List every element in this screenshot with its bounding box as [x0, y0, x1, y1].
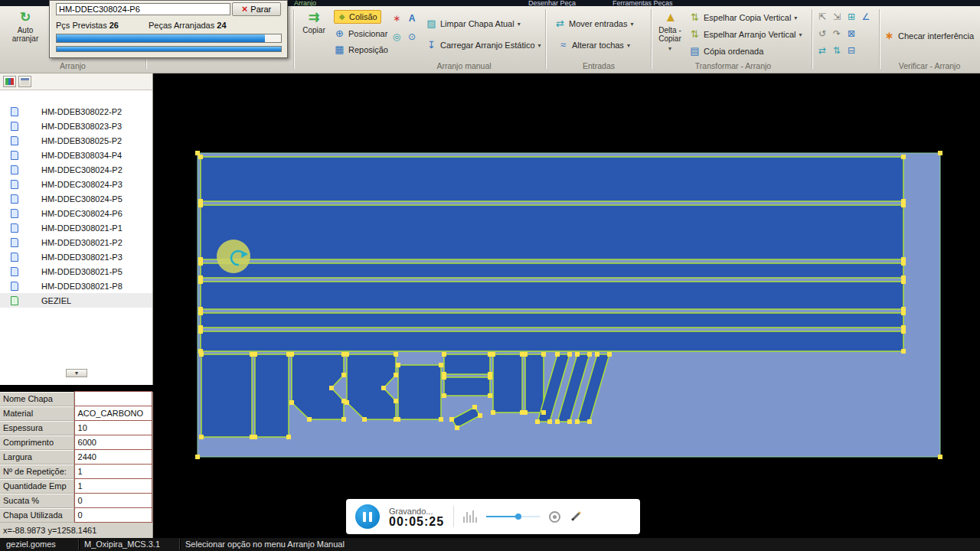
corner-marker[interactable]	[442, 352, 446, 357]
slider-knob[interactable]	[515, 514, 521, 520]
pause-recording-button[interactable]	[355, 504, 380, 529]
corner-marker[interactable]	[198, 279, 203, 284]
corner-marker[interactable]	[253, 435, 257, 439]
espelhar-copia-button[interactable]: ⇅ Espelhar Copia Vertical ▾	[689, 11, 797, 24]
label-tool-icon[interactable]: A	[406, 12, 418, 24]
corner-marker[interactable]	[938, 455, 942, 459]
corner-marker[interactable]	[394, 373, 398, 377]
part-list-item[interactable]: HM-DDED308021-P5	[0, 264, 152, 279]
corner-marker[interactable]	[286, 435, 291, 439]
corner-marker[interactable]	[491, 352, 495, 357]
recorder-volume-slider[interactable]	[486, 512, 540, 521]
delta-copiar-button[interactable]: ▲ Delta - Copiar ▾	[653, 11, 687, 53]
part-shape[interactable]	[444, 354, 490, 374]
copia-ordenada-button[interactable]: ▤ Cópia ordenada	[689, 44, 763, 58]
property-value[interactable]: 0	[74, 507, 152, 523]
corner-marker[interactable]	[587, 352, 592, 357]
part-list-item[interactable]: HM-DDED308021-P1	[0, 220, 152, 235]
corner-marker[interactable]	[439, 417, 443, 422]
move-bottom-icon[interactable]: ⇲	[831, 11, 843, 23]
corner-marker[interactable]	[307, 417, 312, 422]
corner-marker[interactable]	[341, 417, 346, 422]
corner-marker[interactable]	[345, 352, 349, 357]
part-list-item[interactable]: HM-DDEC308024-P2	[0, 162, 152, 177]
corner-marker[interactable]	[901, 311, 906, 315]
tab-parts-list[interactable]	[3, 76, 16, 87]
corner-marker[interactable]	[198, 261, 203, 266]
corner-marker[interactable]	[394, 417, 398, 422]
espelhar-arranjo-button[interactable]: ⇅ Espelhar Arranjo Vertical ▾	[689, 28, 802, 41]
corner-marker[interactable]	[289, 400, 294, 405]
corner-marker[interactable]	[488, 375, 492, 380]
add-grid-icon[interactable]: ⊞	[845, 11, 858, 23]
part-list-item[interactable]: HM-DDED308021-P3	[0, 249, 152, 264]
corner-marker[interactable]	[901, 329, 906, 334]
rotate-ccw-icon[interactable]: ↺	[816, 28, 828, 40]
checar-interferencia-button[interactable]: ∗ Checar interferência	[884, 29, 974, 43]
property-value[interactable]: 1	[74, 478, 152, 494]
corner-marker[interactable]	[449, 417, 454, 422]
property-value[interactable]: 10	[74, 420, 152, 435]
property-value[interactable]	[74, 391, 152, 406]
part-shape[interactable]	[201, 205, 903, 259]
part-shape[interactable]	[493, 354, 522, 412]
part-shape[interactable]	[201, 313, 903, 328]
corner-marker[interactable]	[901, 261, 906, 266]
corner-marker[interactable]	[396, 363, 400, 367]
move-top-icon[interactable]: ⇱	[816, 11, 828, 23]
corner-marker[interactable]	[938, 151, 942, 155]
part-list-item[interactable]: HM-DDEC308024-P5	[0, 191, 152, 206]
corner-marker[interactable]	[394, 352, 398, 357]
menu-item-arranjo[interactable]: Arranjo	[294, 0, 316, 6]
reposicao-button[interactable]: ▦ Reposição	[334, 43, 388, 57]
corner-marker[interactable]	[607, 352, 612, 357]
part-shape[interactable]	[525, 354, 544, 412]
swap-v-icon[interactable]: ⇅	[831, 44, 843, 57]
corner-marker[interactable]	[901, 155, 906, 159]
corner-marker[interactable]	[195, 455, 200, 459]
corner-marker[interactable]	[442, 375, 446, 380]
corner-marker[interactable]	[488, 393, 492, 398]
carregar-estatico-button[interactable]: ↧ Carregar Arranjo Estático ▾	[426, 38, 541, 52]
corner-marker[interactable]	[199, 352, 204, 357]
probe-tool-icon[interactable]: ⊙	[406, 31, 418, 43]
current-part-field[interactable]	[56, 3, 230, 15]
corner-marker[interactable]	[541, 352, 546, 357]
corner-marker[interactable]	[341, 373, 346, 377]
panel-collapse-button[interactable]: ▾	[66, 369, 87, 377]
part-shape[interactable]	[201, 263, 903, 278]
corner-marker[interactable]	[199, 435, 204, 439]
part-shape[interactable]	[398, 365, 441, 419]
corner-marker[interactable]	[381, 386, 386, 390]
part-list-item[interactable]: HM-DDEC308024-P6	[0, 206, 152, 220]
part-shape[interactable]	[255, 354, 289, 437]
corner-marker[interactable]	[198, 329, 203, 334]
property-value[interactable]: 6000	[74, 435, 152, 450]
corner-marker[interactable]	[567, 352, 572, 357]
part-list-item[interactable]: HM-DDED308021-P2	[0, 235, 152, 249]
corner-marker[interactable]	[478, 413, 482, 418]
property-value[interactable]: 2440	[74, 449, 152, 465]
corner-marker[interactable]	[289, 352, 294, 357]
part-shape[interactable]	[201, 282, 903, 309]
posicionar-button[interactable]: ⊕ Posicionar	[334, 27, 387, 41]
corner-marker[interactable]	[362, 417, 367, 422]
property-value[interactable]: 1	[74, 464, 152, 479]
part-shape[interactable]	[201, 157, 903, 201]
part-list-item[interactable]: GEZIEL	[0, 293, 152, 308]
corner-marker[interactable]	[587, 419, 592, 424]
corner-marker[interactable]	[901, 349, 906, 354]
corner-marker[interactable]	[523, 410, 528, 415]
corner-marker[interactable]	[575, 419, 580, 424]
part-list-item[interactable]: HM-DDEB308023-P3	[0, 119, 152, 133]
corner-marker[interactable]	[198, 311, 203, 315]
burn-point-icon[interactable]: ∗	[390, 12, 403, 24]
corner-marker[interactable]	[253, 352, 257, 357]
subtract-box-icon[interactable]: ⊟	[845, 44, 858, 57]
property-value[interactable]: ACO_CARBONO	[74, 406, 152, 421]
menu-item-ferramentas[interactable]: Ferramentas Peças	[612, 0, 673, 6]
corner-marker[interactable]	[523, 352, 528, 357]
part-list-item[interactable]: HM-DDEB308022-P2	[0, 104, 152, 119]
corner-marker[interactable]	[198, 155, 203, 159]
corner-marker[interactable]	[198, 203, 203, 207]
